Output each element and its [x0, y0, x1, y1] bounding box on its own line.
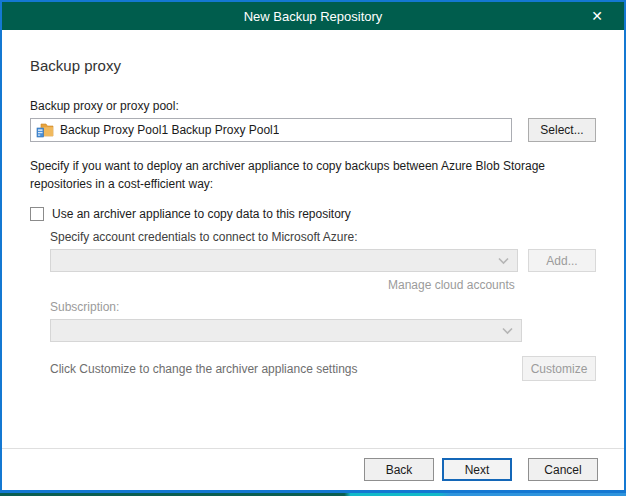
subscription-label: Subscription: — [50, 300, 596, 314]
close-icon: ✕ — [591, 8, 603, 24]
cancel-button[interactable]: Cancel — [528, 458, 598, 481]
titlebar: New Backup Repository ✕ — [2, 2, 624, 30]
add-button: Add... — [528, 249, 596, 272]
back-button[interactable]: Back — [364, 458, 434, 481]
page-title: Backup proxy — [30, 57, 596, 74]
next-button[interactable]: Next — [442, 458, 512, 481]
proxy-input-row: Backup Proxy Pool1 Backup Proxy Pool1 Se… — [30, 118, 596, 142]
proxy-pool-value: Backup Proxy Pool1 Backup Proxy Pool1 — [60, 123, 279, 137]
proxy-pool-input[interactable]: Backup Proxy Pool1 Backup Proxy Pool1 — [30, 118, 512, 142]
select-button[interactable]: Select... — [528, 118, 596, 142]
archiver-checkbox-label[interactable]: Use an archiver appliance to copy data t… — [52, 207, 351, 221]
credentials-row: Add... — [50, 249, 596, 272]
window-title: New Backup Repository — [244, 9, 383, 24]
new-backup-repository-dialog: New Backup Repository ✕ Backup proxy Bac… — [0, 0, 626, 493]
archiver-checkbox[interactable] — [30, 207, 44, 221]
archiver-description: Specify if you want to deploy an archive… — [30, 157, 596, 193]
archiver-settings-section: Specify account credentials to connect t… — [50, 230, 596, 381]
customize-row: Click Customize to change the archiver a… — [50, 356, 596, 381]
dialog-footer: Back Next Cancel — [2, 448, 624, 490]
proxy-pool-icon — [36, 122, 54, 138]
credentials-dropdown — [50, 249, 518, 272]
manage-cloud-accounts-link: Manage cloud accounts — [388, 278, 596, 292]
proxy-field-label: Backup proxy or proxy pool: — [30, 99, 596, 113]
customize-hint: Click Customize to change the archiver a… — [50, 362, 358, 376]
archiver-checkbox-row: Use an archiver appliance to copy data t… — [30, 207, 596, 221]
customize-button: Customize — [522, 356, 596, 381]
chevron-down-icon — [502, 327, 513, 335]
subscription-row — [50, 319, 596, 342]
dialog-content: Backup proxy Backup proxy or proxy pool:… — [2, 30, 624, 448]
subscription-dropdown — [50, 319, 522, 342]
chevron-down-icon — [498, 257, 509, 265]
credentials-label: Specify account credentials to connect t… — [50, 230, 596, 244]
close-button[interactable]: ✕ — [580, 2, 614, 30]
